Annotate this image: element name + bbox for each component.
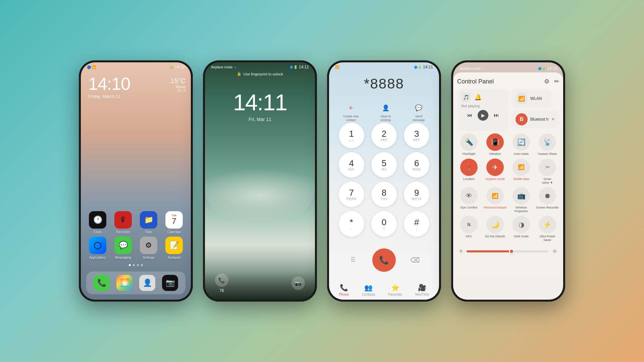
app-recorder-icon[interactable]: 🎙: [114, 211, 132, 229]
vibration-icon[interactable]: 📳: [486, 133, 504, 151]
cp-dark-mode[interactable]: ◑ Dark mode: [509, 216, 533, 242]
key-hash[interactable]: #;: [404, 211, 429, 237]
save-existing-icon[interactable]: 👤: [380, 103, 391, 113]
play-button[interactable]: ▶: [478, 110, 488, 121]
key-5[interactable]: 5JKL: [371, 152, 397, 178]
cp-nfc[interactable]: N NFC: [457, 216, 481, 242]
personal-hotspot-icon[interactable]: 📶: [486, 187, 504, 204]
key-0[interactable]: 0+: [371, 211, 397, 237]
screen-recorder-icon[interactable]: ⏺: [539, 187, 556, 204]
cp-ultra-power-saver[interactable]: ⚡ Ultra Power Saver: [536, 216, 559, 242]
app-settings[interactable]: ⚙ Settings: [137, 237, 160, 259]
create-contact-icon[interactable]: +: [345, 103, 356, 113]
cp-auto-rotate[interactable]: 🔄 Auto-rotate: [509, 133, 533, 156]
nav-phone-icon[interactable]: 📞: [340, 284, 348, 292]
cp-mobile-data[interactable]: 📶 Mobile data: [509, 159, 533, 185]
edit-icon[interactable]: ✏: [554, 78, 559, 85]
dot-1[interactable]: [129, 264, 131, 266]
nav-meetime[interactable]: 🎥 MeeTime: [415, 284, 429, 296]
bluetooth-icon[interactable]: B: [516, 113, 528, 125]
key-star[interactable]: *,: [339, 211, 364, 237]
wlan-card[interactable]: 📶 WLAN: [512, 89, 552, 108]
settings-icon[interactable]: ⚙: [544, 78, 549, 85]
ultra-power-icon[interactable]: ⚡: [539, 216, 556, 233]
app-files[interactable]: 📁 Files: [137, 211, 160, 234]
bt-card[interactable]: B Bluetoot h ▼: [512, 111, 559, 128]
nav-meetime-icon[interactable]: 🎥: [418, 284, 426, 292]
cp-personal-hotspot[interactable]: 📶 Personal hotspot: [483, 187, 507, 213]
brightness-thumb[interactable]: [509, 249, 514, 254]
key-7[interactable]: 7PQRS: [339, 182, 364, 207]
dark-mode-icon[interactable]: ◑: [513, 216, 530, 233]
cp-huawei-share[interactable]: 📡 Huawei Share: [536, 133, 559, 156]
dot-4[interactable]: [141, 264, 143, 266]
nav-favorites-icon[interactable]: ⭐: [391, 284, 399, 292]
key-8[interactable]: 8TUV: [371, 182, 397, 207]
mobile-data-icon[interactable]: 📶: [513, 159, 530, 176]
dock-phone[interactable]: 📞: [94, 275, 110, 291]
lock-phone-icon[interactable]: 📞: [215, 274, 228, 287]
cp-location[interactable]: 📍 Location: [457, 159, 481, 185]
sound-mode-icon[interactable]: 🔔: [473, 93, 483, 102]
huawei-share-icon[interactable]: 📡: [539, 133, 556, 151]
brightness-bar[interactable]: [467, 250, 548, 252]
prev-icon[interactable]: ⏮: [467, 112, 472, 118]
cp-eye-comfort[interactable]: 👁 Eye Comfort: [457, 187, 481, 213]
app-clock-icon[interactable]: 🕐: [89, 211, 106, 229]
delete-button[interactable]: ⌫: [402, 247, 428, 273]
do-not-disturb-icon[interactable]: 🌙: [486, 216, 504, 233]
screenshot-icon[interactable]: ✂: [539, 159, 556, 176]
app-notepad[interactable]: 📝 Notepad: [163, 237, 185, 259]
send-message-action[interactable]: 💬 Sendmessage: [413, 103, 425, 122]
dock-camera[interactable]: 📷: [162, 275, 178, 291]
grid-button[interactable]: ⠿: [340, 247, 366, 273]
cp-screen-recorder[interactable]: ⏺ Screen Recorder: [536, 187, 559, 213]
eye-comfort-icon[interactable]: 👁: [460, 187, 478, 204]
airplane-icon[interactable]: ✈: [486, 159, 504, 176]
key-6[interactable]: 6MNO: [404, 152, 429, 178]
lock-camera-btn[interactable]: 📷: [291, 277, 305, 290]
cp-vibration[interactable]: 📳 Vibration: [483, 133, 507, 156]
cp-do-not-disturb[interactable]: 🌙 Do Not Disturb: [483, 216, 507, 242]
save-existing-action[interactable]: 👤 Save toexisting: [380, 103, 391, 122]
call-button[interactable]: 📞: [372, 248, 396, 272]
flashlight-icon[interactable]: 🔦: [460, 133, 478, 151]
lock-phone-btn[interactable]: 📞 76: [215, 274, 228, 293]
send-message-icon[interactable]: 💬: [413, 103, 424, 113]
nav-contacts-icon[interactable]: 👥: [364, 284, 373, 292]
nfc-icon[interactable]: N: [460, 216, 478, 233]
bt-expand-icon[interactable]: ▼: [551, 117, 555, 122]
key-1[interactable]: 1◡◡: [339, 123, 364, 148]
next-icon[interactable]: ⏭: [494, 112, 499, 118]
app-appgallery[interactable]: ⬡ AppGallery: [86, 237, 109, 259]
app-messaging-icon[interactable]: 💬: [114, 237, 132, 254]
app-files-icon[interactable]: 📁: [140, 211, 157, 229]
cp-wireless-projection[interactable]: 📺 Wireless Projection: [509, 187, 533, 213]
cp-airplane[interactable]: ✈ Airplane mode: [483, 159, 507, 185]
key-4[interactable]: 4GHI: [339, 152, 364, 178]
nav-favorites[interactable]: ⭐ Favorites: [388, 284, 402, 296]
app-notepad-icon[interactable]: 📝: [165, 237, 183, 254]
key-2[interactable]: 2ABC: [371, 123, 397, 148]
cp-flashlight[interactable]: 🔦 Flashlight: [457, 133, 481, 156]
key-3[interactable]: 3DEF: [404, 123, 429, 148]
key-9[interactable]: 9WXYZ: [404, 182, 429, 207]
cp-screenshot[interactable]: ✂ Screenshot ▼: [536, 159, 559, 185]
app-calendar[interactable]: TUE 7 Calendar: [163, 211, 185, 234]
app-settings-icon[interactable]: ⚙: [140, 237, 157, 254]
auto-rotate-icon[interactable]: 🔄: [513, 133, 530, 151]
dock-photos[interactable]: 🌅: [116, 275, 132, 291]
app-calendar-icon[interactable]: TUE 7: [165, 211, 183, 229]
wireless-projection-icon[interactable]: 📺: [513, 187, 530, 204]
dot-2[interactable]: [133, 264, 135, 266]
wlan-icon[interactable]: 📶: [516, 93, 528, 105]
app-appgallery-icon[interactable]: ⬡: [89, 237, 106, 254]
app-clock[interactable]: 🕐 Clock: [86, 211, 109, 234]
nav-contacts[interactable]: 👥 Contacts: [362, 284, 375, 296]
create-contact-action[interactable]: + Create newcontact: [343, 103, 359, 122]
location-icon[interactable]: 📍: [460, 159, 478, 176]
dot-3[interactable]: [137, 264, 139, 266]
nav-phone[interactable]: 📞 Phone: [339, 284, 349, 296]
dock-contacts[interactable]: 👤: [139, 275, 155, 291]
app-recorder[interactable]: 🎙 Recorder: [112, 211, 135, 234]
